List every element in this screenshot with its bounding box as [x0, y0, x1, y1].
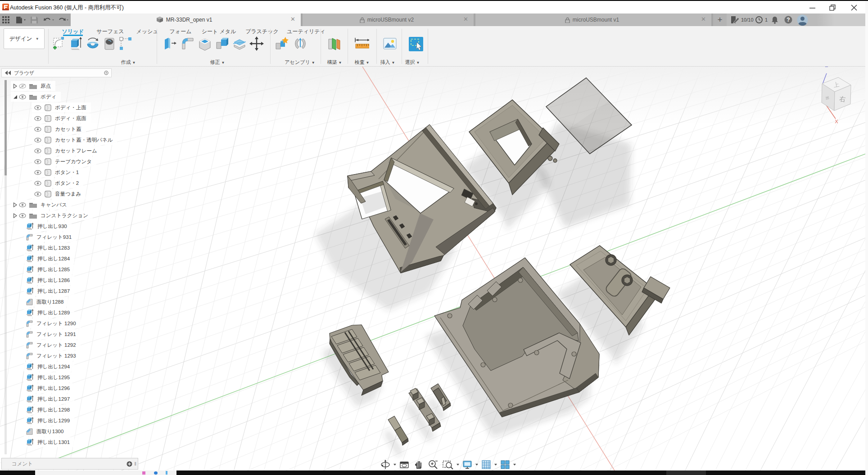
viewport-canvas[interactable]: 上 右 前 Z X — [0, 67, 865, 471]
group-label-modify[interactable]: 修正 ▼ — [210, 59, 225, 66]
construct-plane-icon[interactable] — [326, 36, 341, 51]
move-icon[interactable] — [249, 36, 264, 51]
browser-row[interactable]: 押し出し1289 — [24, 308, 74, 318]
browser-row[interactable]: ボタン・2 — [32, 178, 83, 188]
visibility-eye-icon[interactable] — [34, 192, 41, 197]
group-label-inspect[interactable]: 検査 ▼ — [355, 59, 370, 66]
help-icon[interactable]: ? — [784, 16, 792, 24]
browser-row[interactable]: 押し出し1295 — [24, 372, 74, 382]
browser-panel-header[interactable]: ブラウザ — [1, 68, 112, 77]
sketch-dimension-icon[interactable] — [118, 36, 133, 51]
visibility-eye-icon[interactable] — [34, 105, 41, 110]
zoom-window-dropdown-caret[interactable] — [457, 464, 459, 466]
visibility-eye-icon[interactable] — [34, 170, 41, 175]
comment-add-icon[interactable] — [127, 461, 132, 467]
browser-row[interactable]: カセット蓋 — [32, 124, 86, 134]
orbit-icon[interactable] — [380, 459, 391, 470]
browser-row[interactable]: フィレット 1291 — [24, 329, 81, 339]
undo-icon[interactable] — [43, 16, 57, 24]
tab-mr-33dr-open[interactable]: MR-33DR_open v1 ✕ — [71, 13, 301, 26]
browser-row[interactable]: カセットフレーム — [32, 146, 102, 156]
browser-row[interactable]: ボディ・底面 — [32, 113, 91, 123]
create-sketch-icon[interactable] — [51, 36, 67, 51]
browser-row[interactable]: フィレット 1292 — [24, 340, 81, 350]
browser-row[interactable]: 押し出し1298 — [24, 405, 74, 415]
comment-box[interactable]: コメント ‖ — [1, 458, 138, 470]
fillet-icon[interactable] — [180, 36, 195, 51]
joint-icon[interactable] — [293, 36, 308, 51]
browser-row[interactable]: 押し出し1286 — [24, 275, 74, 285]
grid-settings-icon[interactable] — [481, 459, 492, 470]
browser-row[interactable]: ボディ・上面 — [32, 103, 91, 112]
minimize-button[interactable] — [808, 4, 817, 12]
tab-close-icon[interactable]: ✕ — [290, 16, 295, 22]
taskbar-icon-blue[interactable] — [154, 471, 158, 475]
visibility-eye-icon[interactable] — [34, 181, 41, 186]
ribbon-tab-sheetmetal[interactable]: シート メタル — [202, 28, 236, 36]
display-settings-icon[interactable] — [462, 459, 473, 470]
new-component-icon[interactable] — [274, 36, 289, 51]
ribbon-tab-plastic[interactable]: プラスチック — [245, 28, 279, 36]
browser-row[interactable]: 押し出し1283 — [24, 243, 74, 253]
browser-row[interactable]: 原点 — [11, 81, 55, 91]
visibility-eye-icon[interactable] — [19, 213, 26, 218]
visibility-eye-icon[interactable] — [34, 148, 41, 153]
browser-scrollbar-thumb[interactable] — [5, 80, 7, 175]
collapsed-icon[interactable] — [13, 84, 19, 89]
expanded-icon[interactable] — [13, 94, 19, 99]
shell-icon[interactable] — [197, 36, 212, 51]
browser-row[interactable]: 音量つまみ — [32, 189, 86, 199]
redo-icon[interactable] — [58, 16, 71, 24]
browser-row[interactable]: 押し出し1297 — [24, 394, 74, 404]
save-icon[interactable] — [30, 16, 38, 24]
browser-row[interactable]: テープカウンタ — [32, 157, 96, 166]
tab-close-icon[interactable]: ✕ — [463, 16, 468, 22]
browser-row[interactable]: 面取り1288 — [24, 297, 68, 307]
windows-taskbar[interactable] — [0, 471, 868, 475]
browser-row[interactable]: 面取り1300 — [24, 426, 68, 436]
browser-row[interactable]: 押し出し1284 — [24, 254, 74, 264]
workspace-selector[interactable]: デザイン▼ — [4, 28, 45, 49]
taskbar-icon-pink[interactable] — [142, 471, 145, 475]
group-label-construct[interactable]: 構築 ▼ — [327, 59, 342, 66]
display-dropdown-caret[interactable] — [475, 464, 478, 466]
pan-icon[interactable] — [413, 459, 424, 470]
visibility-eye-icon[interactable] — [34, 127, 41, 132]
tab-microusbmount-v1[interactable]: microUSBmount v1 ✕ — [475, 13, 711, 26]
browser-row[interactable]: 押し出し1296 — [24, 383, 74, 393]
visibility-eye-icon[interactable] — [34, 116, 41, 121]
combine-icon[interactable] — [215, 36, 230, 51]
measure-icon[interactable] — [354, 36, 369, 51]
browser-row[interactable]: フィレット931 — [24, 232, 76, 242]
group-label-insert[interactable]: 挿入 ▼ — [380, 59, 395, 66]
visibility-eye-icon[interactable] — [34, 138, 41, 143]
grid-dropdown-caret[interactable] — [494, 464, 497, 466]
insert-image-icon[interactable] — [382, 36, 398, 51]
browser-row[interactable]: キャンバス — [11, 200, 72, 210]
visibility-eye-icon[interactable] — [19, 94, 26, 99]
browser-row[interactable]: フィレット 1293 — [24, 351, 81, 361]
look-at-icon[interactable] — [399, 459, 410, 470]
group-label-create[interactable]: 作成 ▼ — [121, 59, 136, 66]
ribbon-tab-utility[interactable]: ユーティリティ — [287, 28, 326, 36]
press-pull-icon[interactable] — [162, 36, 177, 51]
browser-row[interactable]: 押し出し1287 — [24, 286, 74, 296]
app-grid-menu-icon[interactable] — [2, 16, 10, 24]
user-avatar[interactable] — [797, 14, 808, 26]
viewports-icon[interactable] — [500, 459, 511, 470]
group-label-select[interactable]: 選択 ▼ — [405, 59, 420, 66]
split-body-icon[interactable] — [232, 36, 247, 51]
visibility-eye-icon[interactable] — [19, 202, 26, 207]
close-button[interactable] — [850, 4, 859, 12]
browser-row[interactable]: 押し出し1301 — [24, 437, 74, 447]
browser-row[interactable]: 押し出し1294 — [24, 362, 74, 372]
restore-button[interactable] — [828, 4, 837, 12]
tab-microusbmount-v2[interactable]: microUSBmount v2 ✕ — [303, 13, 474, 26]
zoom-icon[interactable] — [428, 459, 439, 470]
browser-row[interactable]: 押し出し1285 — [24, 264, 74, 274]
revolve-icon[interactable] — [85, 36, 100, 51]
file-menu-icon[interactable] — [15, 16, 27, 24]
ribbon-tab-surface[interactable]: サーフェス — [96, 28, 124, 36]
extrude-icon[interactable] — [68, 36, 83, 51]
panel-handle-icon[interactable] — [104, 71, 108, 75]
